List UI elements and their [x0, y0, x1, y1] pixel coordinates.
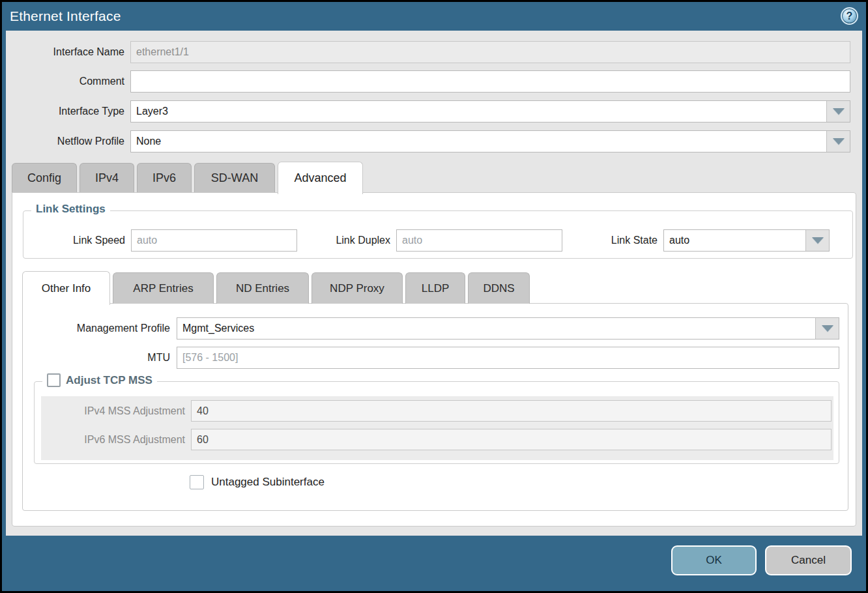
tab-config[interactable]: Config: [12, 163, 77, 193]
interface-type-label: Interface Type: [6, 106, 130, 117]
help-icon-glyph: ?: [846, 10, 853, 22]
chevron-down-icon: [833, 108, 845, 115]
advanced-tab-panel: Link Settings Link Speed Link Duplex Lin…: [12, 192, 856, 527]
management-profile-select[interactable]: Mgmt_Services: [177, 317, 839, 340]
chevron-down-icon: [833, 138, 845, 145]
link-state-select[interactable]: auto: [663, 229, 830, 252]
link-state-value: auto: [664, 230, 805, 251]
netflow-profile-dropdown-button[interactable]: [826, 131, 850, 152]
untagged-subinterface-checkbox[interactable]: [190, 475, 204, 489]
ipv6-mss-row: IPv6 MSS Adjustment 60: [41, 429, 833, 450]
chevron-down-icon: [812, 237, 824, 244]
mtu-row: MTU: [23, 347, 839, 369]
chevron-down-icon: [822, 325, 833, 332]
link-settings-fieldset: Link Settings Link Speed Link Duplex Lin…: [23, 210, 853, 259]
comment-input[interactable]: [130, 70, 850, 93]
main-tab-bar: Config IPv4 IPv6 SD-WAN Advanced: [12, 160, 366, 193]
link-duplex-label: Link Duplex: [297, 235, 390, 246]
ipv6-mss-value: 60: [191, 429, 832, 450]
help-icon[interactable]: ?: [841, 7, 858, 25]
interface-name-row: Interface Name: [6, 41, 850, 63]
netflow-profile-label: Netflow Profile: [6, 136, 130, 147]
link-duplex-input[interactable]: [396, 229, 562, 252]
ethernet-interface-dialog: Ethernet Interface ? Interface Name Comm…: [0, 0, 868, 593]
untagged-subinterface-row: Untagged Subinterface: [190, 475, 325, 489]
ipv4-mss-value: 40: [191, 400, 832, 422]
tab-ndp-proxy[interactable]: NDP Proxy: [311, 272, 403, 304]
adjust-tcp-mss-legend-text: Adjust TCP MSS: [66, 374, 152, 387]
management-profile-dropdown-button[interactable]: [815, 318, 839, 339]
cancel-button[interactable]: Cancel: [765, 545, 852, 575]
interface-name-input: [130, 41, 850, 63]
link-state-label: Link State: [562, 235, 658, 246]
adjust-tcp-mss-fieldset: Adjust TCP MSS IPv4 MSS Adjustment 40 IP…: [34, 381, 839, 464]
adjust-tcp-mss-checkbox[interactable]: [47, 373, 61, 387]
dialog-content: Interface Name Comment Interface Type La…: [6, 31, 862, 536]
inner-tab-bar: Other Info ARP Entries ND Entries NDP Pr…: [22, 270, 532, 304]
ipv4-mss-label: IPv4 MSS Adjustment: [41, 405, 191, 417]
tab-arp-entries[interactable]: ARP Entries: [113, 272, 214, 304]
management-profile-row: Management Profile Mgmt_Services: [23, 317, 839, 340]
mtu-label: MTU: [23, 352, 177, 364]
ok-button[interactable]: OK: [671, 545, 757, 575]
tab-lldp[interactable]: LLDP: [405, 272, 465, 304]
link-state-dropdown-button[interactable]: [805, 230, 829, 251]
interface-type-select[interactable]: Layer3: [130, 100, 850, 123]
netflow-profile-select[interactable]: None: [130, 130, 850, 152]
tab-advanced[interactable]: Advanced: [278, 162, 363, 194]
tab-sd-wan[interactable]: SD-WAN: [194, 163, 275, 193]
footer-bar: OK Cancel: [2, 536, 866, 591]
interface-type-value: Layer3: [131, 101, 826, 122]
mss-disabled-block: IPv4 MSS Adjustment 40 IPv6 MSS Adjustme…: [41, 396, 833, 460]
interface-name-label: Interface Name: [6, 46, 130, 58]
dialog-title: Ethernet Interface: [10, 8, 121, 24]
ipv4-mss-row: IPv4 MSS Adjustment 40: [41, 400, 833, 422]
tab-other-info[interactable]: Other Info: [22, 271, 110, 305]
comment-label: Comment: [6, 76, 130, 87]
link-settings-row: Link Speed Link Duplex Link State auto: [23, 229, 852, 252]
link-speed-label: Link Speed: [23, 235, 125, 246]
tab-nd-entries[interactable]: ND Entries: [216, 272, 309, 304]
untagged-subinterface-label: Untagged Subinterface: [211, 476, 325, 489]
interface-type-dropdown-button[interactable]: [826, 101, 850, 122]
tab-ipv4[interactable]: IPv4: [80, 163, 134, 193]
management-profile-label: Management Profile: [23, 323, 177, 334]
mtu-input[interactable]: [177, 347, 839, 369]
ipv6-mss-label: IPv6 MSS Adjustment: [41, 434, 191, 446]
tab-ddns[interactable]: DDNS: [468, 272, 530, 304]
comment-row: Comment: [6, 70, 850, 93]
tab-ipv6[interactable]: IPv6: [137, 163, 192, 193]
link-speed-input[interactable]: [131, 229, 297, 252]
adjust-tcp-mss-legend: Adjust TCP MSS: [42, 373, 157, 387]
netflow-profile-value: None: [131, 131, 826, 152]
interface-type-row: Interface Type Layer3: [6, 100, 850, 123]
other-info-panel: Management Profile Mgmt_Services MTU Adj…: [22, 303, 848, 511]
management-profile-value: Mgmt_Services: [177, 318, 815, 339]
netflow-profile-row: Netflow Profile None: [6, 130, 850, 152]
title-bar: Ethernet Interface ?: [2, 2, 866, 31]
link-settings-legend: Link Settings: [31, 203, 110, 216]
